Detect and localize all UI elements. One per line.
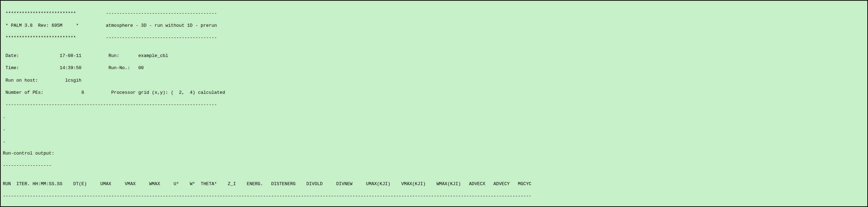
column-rule: ----------------------------------------… xyxy=(3,193,865,199)
column-headers: RUN ITER. HH:MM:SS.SS DT(E) UMAX VMAX WM… xyxy=(3,181,865,187)
header-rule: ----------------------------------------… xyxy=(3,102,865,108)
ellipsis-dot: . xyxy=(3,114,865,120)
date-line: Date: 17-08-11 Run: example_cbl xyxy=(3,53,865,59)
header-star-line-2: ************************** -------------… xyxy=(3,35,865,41)
section-rule: ------------------ xyxy=(3,163,865,169)
host-line: Run on host: lcsgih xyxy=(3,77,865,84)
time-line: Time: 14:39:50 Run-No.: 00 xyxy=(3,65,865,71)
terminal-output: ************************** -------------… xyxy=(0,0,868,207)
header-star-line: ************************** -------------… xyxy=(3,10,865,17)
header-title-line: * PALM 3.8 Rev: 695M * atmosphere - 3D -… xyxy=(3,23,865,29)
section-heading: Run-control output: xyxy=(3,150,865,157)
data-row: 0 0 00:00:00.00 20.0000A -0.2192D -0.216… xyxy=(3,205,865,207)
ellipsis-dot: . xyxy=(3,126,865,132)
pes-line: Number of PEs: 8 Processor grid (x,y): (… xyxy=(3,90,865,96)
ellipsis-dot: . xyxy=(3,138,865,144)
